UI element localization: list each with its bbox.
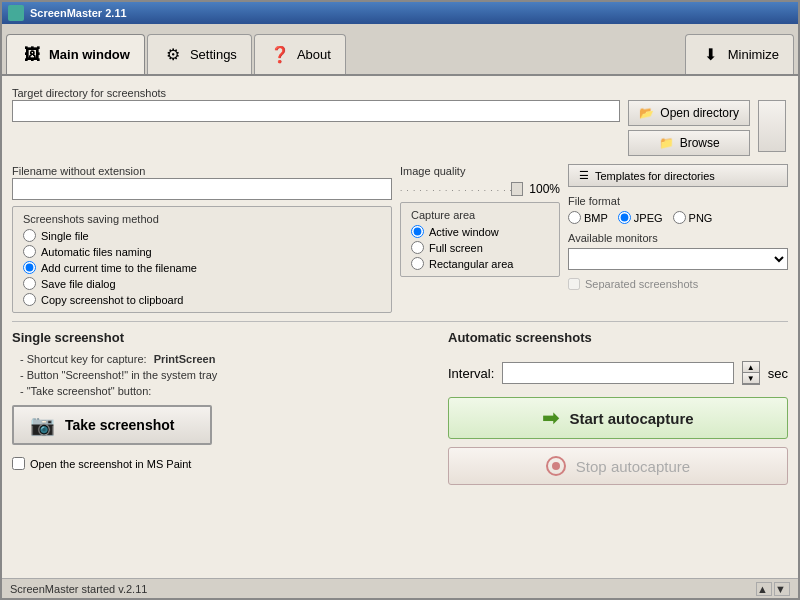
- slider-handle[interactable]: [511, 182, 523, 196]
- file-format-section: File format BMP JPEG PNG: [568, 195, 788, 224]
- single-screenshot-title: Single screenshot: [12, 330, 440, 345]
- interval-up-button[interactable]: ▲: [743, 362, 759, 373]
- interval-spinner: ▲ ▼: [742, 361, 760, 385]
- tab-about[interactable]: ❓ About: [254, 34, 346, 74]
- slider-dots: . . . . . . . . . . . . . . . . . .: [400, 184, 523, 193]
- open-directory-button[interactable]: 📂 Open directory: [628, 100, 750, 126]
- folder-icon: 📁: [659, 136, 674, 150]
- target-dir-section: Target directory for screenshots D:\ 📂 O…: [12, 86, 788, 156]
- capture-rectangular[interactable]: Rectangular area: [411, 257, 549, 270]
- auto-screenshots-panel: Automatic screenshots Interval: 1 ▲ ▼ se…: [448, 330, 788, 568]
- main-content: Target directory for screenshots D:\ 📂 O…: [2, 76, 798, 578]
- target-dir-input[interactable]: D:\: [12, 100, 620, 122]
- status-text: ScreenMaster started v.2.11: [10, 583, 147, 595]
- saving-method-clipboard[interactable]: Copy screenshot to clipboard: [23, 293, 381, 306]
- auto-title: Automatic screenshots: [448, 330, 788, 345]
- single-screenshot-panel: Single screenshot - Shortcut key for cap…: [12, 330, 440, 568]
- status-scroll-up[interactable]: ▲: [756, 582, 772, 596]
- saving-method-auto[interactable]: Automatic files naming: [23, 245, 381, 258]
- quality-slider-row: . . . . . . . . . . . . . . . . . . 100%: [400, 182, 560, 196]
- center-config: Image quality . . . . . . . . . . . . . …: [400, 164, 560, 313]
- capture-area-options: Active window Full screen Rectangular ar…: [411, 225, 549, 270]
- browse-button[interactable]: 📁 Browse: [628, 130, 750, 156]
- start-autocapture-button[interactable]: ➡ Start autocapture: [448, 397, 788, 439]
- config-section: Filename without extension Screen Screen…: [12, 164, 788, 313]
- right-config: ☰ Templates for directories File format …: [568, 164, 788, 313]
- tray-info: - Button "Screenshot!" in the system tra…: [12, 369, 440, 381]
- quality-label: Image quality: [400, 165, 465, 177]
- interval-input[interactable]: 1: [502, 362, 734, 384]
- tab-settings[interactable]: ⚙ Settings: [147, 34, 252, 74]
- capture-active-window[interactable]: Active window: [411, 225, 549, 238]
- sec-label: sec: [768, 366, 788, 381]
- target-dir-label: Target directory for screenshots: [12, 87, 166, 99]
- stop-circle-icon: [546, 456, 566, 476]
- file-format-title: File format: [568, 195, 788, 207]
- stop-square-icon: [552, 462, 560, 470]
- minimize-icon: ⬇: [700, 44, 722, 66]
- templates-button[interactable]: ☰ Templates for directories: [568, 164, 788, 187]
- monitors-section: Available monitors: [568, 232, 788, 270]
- templates-label: Templates for directories: [595, 170, 715, 182]
- format-png[interactable]: PNG: [673, 211, 713, 224]
- saving-method-options: Single file Automatic files naming Add c…: [23, 229, 381, 306]
- about-icon: ❓: [269, 44, 291, 66]
- saving-method-time[interactable]: Add current time to the filename: [23, 261, 381, 274]
- monitors-select[interactable]: [568, 248, 788, 270]
- file-format-options: BMP JPEG PNG: [568, 211, 788, 224]
- saving-method-single[interactable]: Single file: [23, 229, 381, 242]
- start-btn-label: Start autocapture: [569, 410, 693, 427]
- monitors-title: Available monitors: [568, 232, 788, 244]
- button-info: - "Take screenshot" button:: [12, 385, 440, 397]
- app-icon: [8, 5, 24, 21]
- title-bar: ScreenMaster 2.11: [2, 2, 798, 24]
- stop-autocapture-button[interactable]: Stop autocapture: [448, 447, 788, 485]
- tab-settings-label: Settings: [190, 47, 237, 62]
- left-config: Filename without extension Screen Screen…: [12, 164, 392, 313]
- minimize-label: Minimize: [728, 47, 779, 62]
- browse-label: Browse: [680, 136, 720, 150]
- capture-area-group: Capture area Active window Full screen R…: [400, 202, 560, 277]
- interval-down-button[interactable]: ▼: [743, 373, 759, 384]
- capture-area-title: Capture area: [411, 209, 549, 221]
- filename-input[interactable]: Screen: [12, 178, 392, 200]
- format-bmp[interactable]: BMP: [568, 211, 608, 224]
- status-scroll-down[interactable]: ▼: [774, 582, 790, 596]
- minimize-button[interactable]: ⬇ Minimize: [685, 34, 794, 74]
- saving-method-dialog[interactable]: Save file dialog: [23, 277, 381, 290]
- shortcut-info: - Shortcut key for capture: PrintScreen: [12, 353, 440, 365]
- tab-main-label: Main window: [49, 47, 130, 62]
- open-dir-label: Open directory: [660, 106, 739, 120]
- saving-method-group: Screenshots saving method Single file Au…: [12, 206, 392, 313]
- screenshot-btn-label: Take screenshot: [65, 417, 174, 433]
- settings-icon: ⚙: [162, 44, 184, 66]
- filename-label: Filename without extension: [12, 165, 145, 177]
- title-text: ScreenMaster 2.11: [30, 7, 127, 19]
- interval-row: Interval: 1 ▲ ▼ sec: [448, 357, 788, 389]
- format-jpeg[interactable]: JPEG: [618, 211, 663, 224]
- main-window-icon: 🖼: [21, 44, 43, 66]
- take-screenshot-button[interactable]: 📷 Take screenshot: [12, 405, 212, 445]
- tab-about-label: About: [297, 47, 331, 62]
- saving-method-title: Screenshots saving method: [23, 213, 381, 225]
- quality-value: 100%: [529, 182, 560, 196]
- stop-btn-label: Stop autocapture: [576, 458, 690, 475]
- tab-bar: 🖼 Main window ⚙ Settings ❓ About ⬇ Minim…: [2, 24, 798, 76]
- bottom-section: Single screenshot - Shortcut key for cap…: [12, 321, 788, 568]
- open-ms-paint-checkbox[interactable]: Open the screenshot in MS Paint: [12, 457, 440, 470]
- interval-label: Interval:: [448, 366, 494, 381]
- templates-icon: ☰: [579, 169, 589, 182]
- start-arrow-icon: ➡: [542, 406, 559, 430]
- main-window: ScreenMaster 2.11 🖼 Main window ⚙ Settin…: [0, 0, 800, 600]
- tab-main-window[interactable]: 🖼 Main window: [6, 34, 145, 74]
- status-bar: ScreenMaster started v.2.11 ▲ ▼: [2, 578, 798, 598]
- capture-full-screen[interactable]: Full screen: [411, 241, 549, 254]
- camera-icon: 📷: [30, 413, 55, 437]
- separated-screenshots-label[interactable]: Separated screenshots: [568, 278, 788, 290]
- folder-open-icon: 📂: [639, 106, 654, 120]
- quality-slider-track: . . . . . . . . . . . . . . . . . .: [400, 184, 523, 194]
